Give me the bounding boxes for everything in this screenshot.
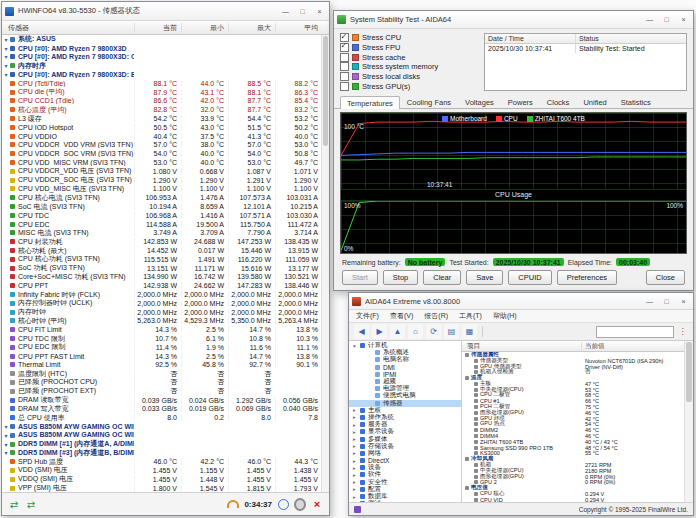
tree-item[interactable]: DirectX [349,457,461,464]
more-menu-icon[interactable]: ⋮ [677,326,688,338]
sensor-row[interactable]: CPU VDDCR_VDD VRM (SVI3 TFN) 57.0 °C 38.… [2,141,322,150]
sensor-row[interactable]: CPU VDDIO 40.4 °C 37.5 °C 41.3 °C 40.0 °… [2,132,322,141]
tree-item[interactable]: 存储设备 [349,443,461,450]
tree-item[interactable]: 软件 [349,471,461,478]
maximize-icon[interactable]: □ [660,16,673,23]
test-action-button[interactable]: Start [342,270,378,285]
menu-item[interactable]: 帮助(H) [493,311,517,321]
chart-icon[interactable]: ▦ [462,324,477,339]
test-action-button[interactable]: Preferences [557,270,617,285]
graph-tab[interactable]: Unified [576,95,613,108]
tree-item[interactable]: 便携式电脑 [349,392,461,399]
toggle-columns-icon[interactable]: ⇄ [8,498,20,510]
tree-expand-icon[interactable] [353,414,360,420]
swap-layout-icon[interactable]: ⇄ [25,498,37,510]
checkbox-icon[interactable] [340,53,349,62]
stress-option-checkbox[interactable]: Stress local disks [340,72,478,81]
vertical-scrollbar[interactable] [684,341,693,502]
sensor-row[interactable]: CPU EDC 限制 11.4 % 1.9 % 11.6 % 11.1 % [2,343,322,352]
search-input[interactable] [596,326,674,338]
gauge-icon[interactable] [227,498,239,510]
tree-expand-icon[interactable] [353,443,360,449]
clock-icon[interactable] [277,498,289,510]
log-entry-row[interactable]: 2025/10/30 10:37:41 Stability Test: Star… [485,44,686,53]
settings-gear-icon[interactable] [294,498,306,510]
column-current[interactable]: 当前 [134,23,181,33]
sst-titlebar[interactable]: System Stability Test - AIDA64 — □ × [334,11,693,29]
tree-expand-icon[interactable] [353,422,360,428]
stress-option-checkbox[interactable]: Stress system memory [340,62,478,71]
tree-expand-icon[interactable] [353,465,360,471]
sensor-row[interactable]: 核心时钟 (平均) 5,263.0 MHz 4,529.3 MHz 5,350.… [2,317,322,326]
sensor-row[interactable]: CPU PPT FAST Limit 14.3 % 2.5 % 14.7 % 1… [2,352,322,361]
aida-titlebar[interactable]: AIDA64 Extreme v8.00.8000 — □ × [349,293,693,310]
graph-tab[interactable]: Temperatures [340,96,400,109]
column-min[interactable]: 最小 [181,23,228,33]
tree-expand-icon[interactable] [353,486,360,492]
sensor-row[interactable]: CPU TDC 106.968 A 1.416 A 107.571 A 103.… [2,211,322,220]
sensor-row[interactable]: CPU VDDCR_SOC VRM (SVI3 TFN) 54.0 °C 40.… [2,149,322,158]
close-icon[interactable]: × [677,16,690,23]
scrollbar-thumb[interactable] [686,342,692,402]
tree-expand-icon[interactable] [353,458,360,464]
scrollbar-thumb[interactable] [323,36,328,146]
back-icon[interactable]: ◀ [354,324,369,339]
tree-item[interactable]: 服务器 [349,421,461,428]
vertical-scrollbar[interactable] [321,35,329,492]
tree-item[interactable]: 多媒体 [349,435,461,442]
tree-item[interactable]: 电脑名称 [349,356,461,363]
tree-expand-icon[interactable] [353,429,360,435]
stress-option-checkbox[interactable]: Stress GPU(s) [340,82,478,91]
sensor-row[interactable]: CPU IOD Hotspot 50.5 °C 43.0 °C 51.5 °C … [2,123,322,132]
tree-item[interactable]: 配置 [349,486,461,493]
graph-tab[interactable]: Powers [501,95,540,108]
graph-tab[interactable]: Clocks [540,95,577,108]
menu-item[interactable]: 工具(T) [459,311,482,321]
sensor-row[interactable]: 内存时序 [2,61,322,70]
tree-item[interactable]: IPMI [349,371,461,378]
tree-item[interactable]: 主板 [349,407,461,414]
sensor-row[interactable]: 系统: ASUS [2,35,322,44]
tree-expand-icon[interactable] [353,436,360,442]
close-sensors-icon[interactable]: × [311,498,323,510]
stress-option-checkbox[interactable]: Stress cache [340,53,478,62]
tree-expand-icon[interactable] [353,450,360,456]
menu-item[interactable]: 查看(V) [390,311,413,321]
column-avg[interactable]: 平均 [275,23,322,33]
graph-tab[interactable]: Voltages [458,95,501,108]
sensor-row[interactable]: 总 CPU 使用率 8.0 0.2 8.0 7.8 [2,413,322,422]
checkbox-icon[interactable] [340,72,349,81]
tree-expand-icon[interactable] [353,343,360,349]
sensor-row[interactable]: CPU [#0]: AMD Ryzen 7 9800X3D: Enhanced [2,70,322,79]
sensor-row[interactable]: SoC 电流 (SVI3 TFN) 10.194 A 8.659 A 12.10… [2,202,322,211]
tree-expand-icon[interactable] [353,472,360,478]
close-button[interactable]: Close [646,270,685,285]
tree-item[interactable]: 传感器 [349,400,461,407]
checkbox-icon[interactable] [340,62,349,71]
hwinfo-titlebar[interactable]: HWiNFO64 v8.30-5530 - 传感器状态 — □ × [2,2,329,21]
tree-item[interactable]: 系统概述 [349,349,461,356]
tree-item[interactable]: 设备 [349,464,461,471]
sensor-row[interactable]: VPP (SMI) 电压 1.800 V 1.545 V 1.815 V 1.7… [2,484,322,492]
sensor-row[interactable]: Core+SoC+MISC 功耗 (SVI3 TFN) 134.990 W 16… [2,273,322,282]
up-icon[interactable]: ▲ [390,324,405,339]
stress-option-checkbox[interactable]: Stress CPU [340,33,478,42]
home-icon[interactable]: ⌂ [408,324,423,339]
tree-item[interactable]: 安全性 [349,479,461,486]
test-action-button[interactable]: Stop [383,270,418,285]
checkbox-icon[interactable] [340,82,349,91]
sensor-row[interactable]: CPU die (平均) 87.9 °C 43.1 °C 88.1 °C 86.… [2,88,322,97]
refresh-icon[interactable]: ⟳ [426,324,441,339]
test-action-button[interactable]: CPUID [508,270,551,285]
column-sensor[interactable]: 传感器 [2,23,134,33]
test-action-button[interactable]: Clear [423,270,461,285]
sensor-row[interactable]: L3 缓存 54.2 °C 33.9 °C 54.4 °C 53.2 °C [2,114,322,123]
minimize-icon[interactable]: — [279,8,292,15]
tree-item[interactable]: 显示设备 [349,428,461,435]
tree-expand-icon[interactable] [353,407,360,413]
tree-item[interactable]: 超频 [349,378,461,385]
test-action-button[interactable]: Save [466,270,503,285]
tree-item[interactable]: 计算机 [349,342,461,349]
report-icon[interactable]: ▤ [444,324,459,339]
tree-item[interactable]: 数据库 [349,493,461,500]
